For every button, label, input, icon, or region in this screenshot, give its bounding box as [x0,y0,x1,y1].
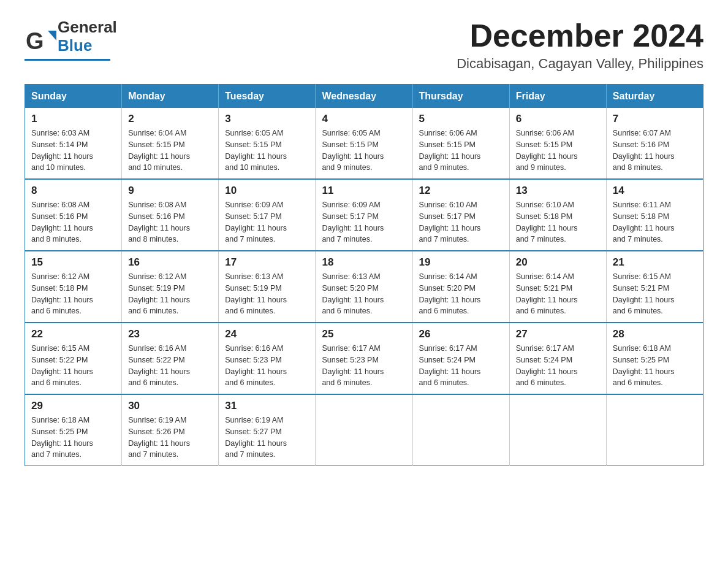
weekday-header-sunday: Sunday [25,85,122,109]
day-number: 10 [225,185,309,197]
calendar-day-cell: 14 Sunrise: 6:11 AM Sunset: 5:18 PM Dayl… [606,179,703,251]
day-info: Sunrise: 6:14 AM Sunset: 5:20 PM Dayligh… [419,271,503,317]
day-number: 8 [31,185,115,197]
weekday-header-friday: Friday [509,85,606,109]
day-info: Sunrise: 6:18 AM Sunset: 5:25 PM Dayligh… [613,343,697,389]
day-info: Sunrise: 6:16 AM Sunset: 5:23 PM Dayligh… [225,343,309,389]
calendar-week-row: 1 Sunrise: 6:03 AM Sunset: 5:14 PM Dayli… [25,108,703,179]
calendar-week-row: 29 Sunrise: 6:18 AM Sunset: 5:25 PM Dayl… [25,394,703,466]
day-number: 18 [322,256,406,269]
logo-icon: G [25,26,56,58]
calendar-day-cell: 26 Sunrise: 6:17 AM Sunset: 5:24 PM Dayl… [412,323,509,394]
day-info: Sunrise: 6:06 AM Sunset: 5:15 PM Dayligh… [419,128,503,174]
day-info: Sunrise: 6:16 AM Sunset: 5:22 PM Dayligh… [128,343,212,389]
weekday-header-thursday: Thursday [412,85,509,109]
day-number: 2 [128,113,212,125]
day-number: 13 [516,185,600,197]
day-number: 7 [613,113,697,125]
calendar-day-cell: 9 Sunrise: 6:08 AM Sunset: 5:16 PM Dayli… [122,179,219,251]
svg-marker-1 [48,31,56,40]
day-number: 17 [225,256,309,269]
day-info: Sunrise: 6:15 AM Sunset: 5:21 PM Dayligh… [613,271,697,317]
day-number: 9 [128,185,212,197]
calendar-day-cell: 13 Sunrise: 6:10 AM Sunset: 5:18 PM Dayl… [509,179,606,251]
logo: G General Blue [25,18,117,61]
day-number: 16 [128,256,212,269]
calendar-day-cell: 24 Sunrise: 6:16 AM Sunset: 5:23 PM Dayl… [219,323,316,394]
svg-text:G: G [26,28,44,54]
calendar-day-cell: 28 Sunrise: 6:18 AM Sunset: 5:25 PM Dayl… [606,323,703,394]
day-number: 19 [419,256,503,269]
calendar-day-cell [509,394,606,466]
weekday-header-monday: Monday [122,85,219,109]
title-area: December 2024 Dicabisagan, Cagayan Valle… [457,18,703,72]
calendar-day-cell [412,394,509,466]
day-info: Sunrise: 6:19 AM Sunset: 5:27 PM Dayligh… [225,415,309,461]
calendar-day-cell: 16 Sunrise: 6:12 AM Sunset: 5:19 PM Dayl… [122,251,219,323]
day-number: 20 [516,256,600,269]
calendar-day-cell: 10 Sunrise: 6:09 AM Sunset: 5:17 PM Dayl… [219,179,316,251]
calendar-day-cell: 20 Sunrise: 6:14 AM Sunset: 5:21 PM Dayl… [509,251,606,323]
calendar-day-cell: 3 Sunrise: 6:05 AM Sunset: 5:15 PM Dayli… [219,108,316,179]
calendar-day-cell: 5 Sunrise: 6:06 AM Sunset: 5:15 PM Dayli… [412,108,509,179]
calendar-table: SundayMondayTuesdayWednesdayThursdayFrid… [25,84,703,466]
calendar-week-row: 22 Sunrise: 6:15 AM Sunset: 5:22 PM Dayl… [25,323,703,394]
day-number: 5 [419,113,503,125]
calendar-day-cell: 31 Sunrise: 6:19 AM Sunset: 5:27 PM Dayl… [219,394,316,466]
day-number: 14 [613,185,697,197]
weekday-header-wednesday: Wednesday [316,85,412,109]
day-number: 24 [225,328,309,340]
day-number: 23 [128,328,212,340]
calendar-day-cell: 19 Sunrise: 6:14 AM Sunset: 5:20 PM Dayl… [412,251,509,323]
day-number: 6 [516,113,600,125]
weekday-header-saturday: Saturday [606,85,703,109]
calendar-day-cell: 7 Sunrise: 6:07 AM Sunset: 5:16 PM Dayli… [606,108,703,179]
calendar-day-cell: 1 Sunrise: 6:03 AM Sunset: 5:14 PM Dayli… [25,108,122,179]
page-subtitle: Dicabisagan, Cagayan Valley, Philippines [457,56,703,72]
day-number: 15 [31,256,115,269]
day-number: 31 [225,400,309,412]
day-info: Sunrise: 6:10 AM Sunset: 5:17 PM Dayligh… [419,199,503,245]
day-info: Sunrise: 6:07 AM Sunset: 5:16 PM Dayligh… [613,128,697,174]
day-number: 12 [419,185,503,197]
calendar-day-cell: 21 Sunrise: 6:15 AM Sunset: 5:21 PM Dayl… [606,251,703,323]
day-number: 3 [225,113,309,125]
calendar-day-cell: 2 Sunrise: 6:04 AM Sunset: 5:15 PM Dayli… [122,108,219,179]
day-info: Sunrise: 6:17 AM Sunset: 5:23 PM Dayligh… [322,343,406,389]
day-info: Sunrise: 6:11 AM Sunset: 5:18 PM Dayligh… [613,199,697,245]
calendar-day-cell: 27 Sunrise: 6:17 AM Sunset: 5:24 PM Dayl… [509,323,606,394]
page-title: December 2024 [457,18,703,53]
calendar-day-cell: 25 Sunrise: 6:17 AM Sunset: 5:23 PM Dayl… [316,323,412,394]
calendar-day-cell: 29 Sunrise: 6:18 AM Sunset: 5:25 PM Dayl… [25,394,122,466]
day-info: Sunrise: 6:09 AM Sunset: 5:17 PM Dayligh… [322,199,406,245]
day-info: Sunrise: 6:04 AM Sunset: 5:15 PM Dayligh… [128,128,212,174]
calendar-day-cell: 11 Sunrise: 6:09 AM Sunset: 5:17 PM Dayl… [316,179,412,251]
day-info: Sunrise: 6:18 AM Sunset: 5:25 PM Dayligh… [31,415,115,461]
day-info: Sunrise: 6:17 AM Sunset: 5:24 PM Dayligh… [419,343,503,389]
day-info: Sunrise: 6:08 AM Sunset: 5:16 PM Dayligh… [128,199,212,245]
calendar-day-cell: 30 Sunrise: 6:19 AM Sunset: 5:26 PM Dayl… [122,394,219,466]
day-number: 21 [613,256,697,269]
day-info: Sunrise: 6:05 AM Sunset: 5:15 PM Dayligh… [322,128,406,174]
calendar-week-row: 8 Sunrise: 6:08 AM Sunset: 5:16 PM Dayli… [25,179,703,251]
day-info: Sunrise: 6:05 AM Sunset: 5:15 PM Dayligh… [225,128,309,174]
calendar-day-cell: 4 Sunrise: 6:05 AM Sunset: 5:15 PM Dayli… [316,108,412,179]
day-info: Sunrise: 6:15 AM Sunset: 5:22 PM Dayligh… [31,343,115,389]
calendar-day-cell: 12 Sunrise: 6:10 AM Sunset: 5:17 PM Dayl… [412,179,509,251]
calendar-day-cell: 6 Sunrise: 6:06 AM Sunset: 5:15 PM Dayli… [509,108,606,179]
logo-underline [25,59,110,61]
logo-general-text: General [58,18,117,37]
calendar-week-row: 15 Sunrise: 6:12 AM Sunset: 5:18 PM Dayl… [25,251,703,323]
day-number: 28 [613,328,697,340]
calendar-day-cell: 17 Sunrise: 6:13 AM Sunset: 5:19 PM Dayl… [219,251,316,323]
day-number: 27 [516,328,600,340]
calendar-day-cell: 18 Sunrise: 6:13 AM Sunset: 5:20 PM Dayl… [316,251,412,323]
day-info: Sunrise: 6:14 AM Sunset: 5:21 PM Dayligh… [516,271,600,317]
day-number: 22 [31,328,115,340]
weekday-header-tuesday: Tuesday [219,85,316,109]
day-info: Sunrise: 6:19 AM Sunset: 5:26 PM Dayligh… [128,415,212,461]
day-info: Sunrise: 6:17 AM Sunset: 5:24 PM Dayligh… [516,343,600,389]
calendar-day-cell: 22 Sunrise: 6:15 AM Sunset: 5:22 PM Dayl… [25,323,122,394]
day-info: Sunrise: 6:12 AM Sunset: 5:19 PM Dayligh… [128,271,212,317]
weekday-header-row: SundayMondayTuesdayWednesdayThursdayFrid… [25,85,703,109]
